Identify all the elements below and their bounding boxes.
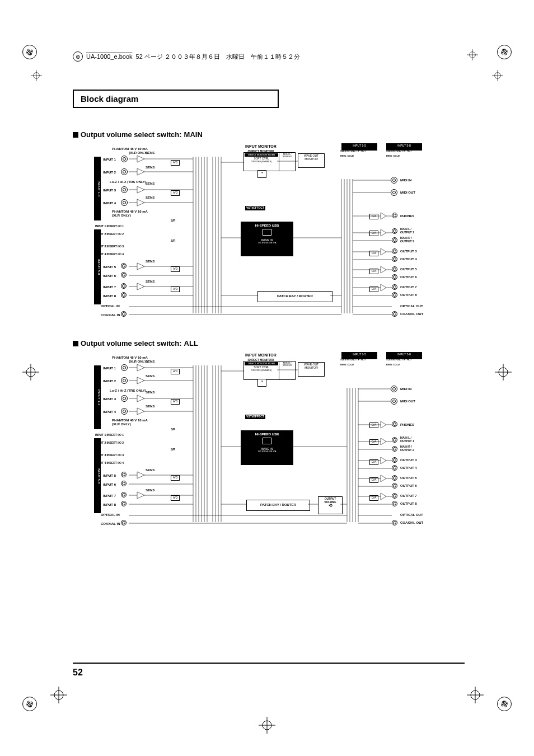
registration-mark-right — [495, 364, 512, 381]
svg-marker-75 — [381, 229, 386, 236]
print-header: ⊕ UA-1000_e.book 52 ページ ２００３年８月６日 水曜日 午前… — [73, 51, 300, 62]
registration-icon: ⊕ — [73, 51, 83, 62]
registration-corner-tr — [497, 45, 512, 59]
svg-marker-78 — [381, 284, 386, 291]
svg-marker-73 — [137, 283, 144, 290]
print-page-info: 52 ページ ２００３年８月６日 水曜日 午前１１時５２分 — [136, 53, 300, 61]
registration-mark-bottom — [259, 717, 275, 734]
subheading-main: Output volume select switch: MAIN — [73, 130, 465, 139]
svg-marker-133 — [381, 475, 386, 482]
svg-marker-127 — [137, 408, 144, 415]
section-title: Block diagram — [73, 90, 279, 108]
svg-marker-70 — [137, 186, 144, 193]
svg-marker-130 — [381, 421, 386, 428]
subheading-mode: ALL — [184, 339, 198, 348]
registration-corner-tl — [22, 45, 37, 59]
svg-marker-131 — [381, 438, 386, 445]
crop-mark-br — [467, 687, 484, 706]
subheading-mode: MAIN — [184, 130, 203, 139]
crop-mark-bl — [50, 687, 67, 706]
svg-marker-74 — [381, 213, 386, 219]
svg-marker-129 — [137, 492, 144, 499]
svg-marker-72 — [137, 263, 144, 270]
subheading-prefix: Output volume select switch: — [81, 130, 182, 139]
block-diagram-main: INPUT 1-4 INPUT 5-8 PHANTOM 48 V 10 mA(X… — [95, 145, 425, 325]
page-number: 52 — [73, 668, 83, 678]
section-title-text: Block diagram — [81, 94, 138, 104]
wiring-svg — [95, 354, 425, 533]
block-diagram-all: INPUT 1-4 INPUT 5-8 PHANTOM 48 V 10 mA(X… — [95, 354, 425, 533]
crop-mark-tl2 — [31, 70, 42, 83]
page-content: Block diagram Output volume select switc… — [73, 90, 465, 533]
svg-marker-69 — [137, 168, 144, 175]
svg-marker-68 — [137, 156, 144, 162]
registration-mark-top-right — [467, 49, 478, 63]
subheading-prefix: Output volume select switch: — [81, 339, 182, 348]
wiring-svg — [95, 145, 425, 325]
svg-marker-76 — [381, 248, 386, 255]
svg-marker-128 — [137, 472, 144, 478]
registration-corner-br — [497, 697, 512, 711]
svg-marker-124 — [137, 364, 144, 371]
registration-mark-left — [22, 364, 39, 381]
footer-rule — [73, 663, 465, 664]
svg-marker-71 — [137, 199, 144, 206]
bullet-square-icon — [73, 132, 78, 138]
registration-corner-bl — [22, 697, 37, 711]
bullet-square-icon — [73, 341, 78, 346]
svg-marker-125 — [137, 377, 144, 384]
subheading-all: Output volume select switch: ALL — [73, 339, 465, 348]
svg-marker-77 — [381, 266, 386, 273]
crop-mark-tr2 — [492, 70, 503, 83]
svg-marker-134 — [381, 493, 386, 500]
svg-marker-126 — [137, 395, 144, 402]
print-filename: UA-1000_e.book — [86, 53, 133, 60]
svg-marker-132 — [381, 457, 386, 464]
